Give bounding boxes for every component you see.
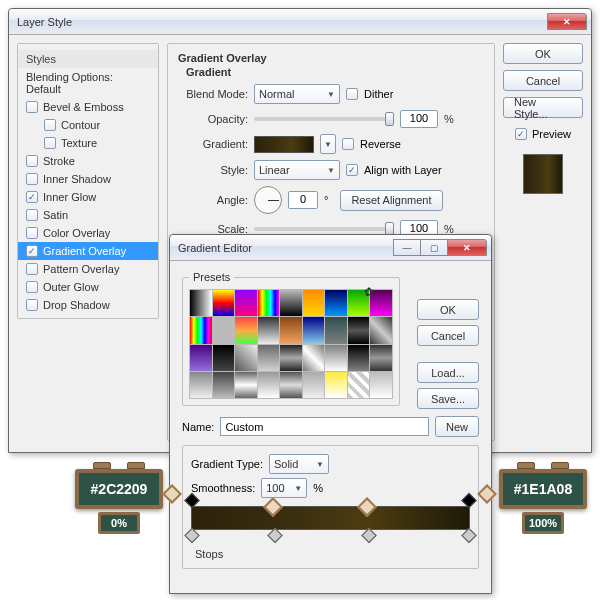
preset-swatch[interactable] (213, 372, 235, 398)
styles-header[interactable]: Styles (18, 50, 158, 68)
preview-checkbox[interactable]: ✓ (515, 128, 527, 140)
angle-dial[interactable] (254, 186, 282, 214)
style-item-drop-shadow[interactable]: Drop Shadow (18, 296, 158, 314)
style-item-gradient-overlay[interactable]: ✓Gradient Overlay (18, 242, 158, 260)
preset-swatch[interactable] (280, 317, 302, 343)
style-label: Contour (61, 119, 100, 131)
load-button[interactable]: Load... (417, 362, 479, 383)
preset-swatch[interactable] (303, 290, 325, 316)
gear-icon[interactable]: ✿. (364, 285, 377, 299)
preset-swatch[interactable] (348, 345, 370, 371)
angle-input[interactable]: 0 (288, 191, 318, 209)
save-button[interactable]: Save... (417, 388, 479, 409)
preset-swatch[interactable] (303, 372, 325, 398)
dither-checkbox[interactable] (346, 88, 358, 100)
color-stop[interactable] (184, 528, 200, 544)
minimize-icon[interactable]: — (393, 239, 421, 256)
preset-swatch[interactable] (213, 317, 235, 343)
preset-swatch[interactable] (280, 290, 302, 316)
style-item-inner-glow[interactable]: ✓Inner Glow (18, 188, 158, 206)
preset-swatch[interactable] (213, 290, 235, 316)
style-checkbox[interactable] (26, 155, 38, 167)
style-checkbox[interactable] (26, 209, 38, 221)
style-item-satin[interactable]: Satin (18, 206, 158, 224)
preset-swatch[interactable] (258, 317, 280, 343)
style-checkbox[interactable] (26, 281, 38, 293)
style-dropdown[interactable]: Linear▼ (254, 160, 340, 180)
style-item-bevel-emboss[interactable]: Bevel & Emboss (18, 98, 158, 116)
preset-swatch[interactable] (370, 345, 392, 371)
preset-swatch[interactable] (325, 372, 347, 398)
maximize-icon[interactable]: ▢ (420, 239, 448, 256)
style-checkbox[interactable] (26, 101, 38, 113)
reset-alignment-button[interactable]: Reset Alignment (340, 190, 442, 211)
smoothness-input[interactable]: 100▼ (261, 478, 307, 498)
style-item-stroke[interactable]: Stroke (18, 152, 158, 170)
style-checkbox[interactable]: ✓ (26, 191, 38, 203)
preset-swatch[interactable] (303, 317, 325, 343)
blend-mode-dropdown[interactable]: Normal▼ (254, 84, 340, 104)
style-checkbox[interactable] (44, 119, 56, 131)
style-item-inner-shadow[interactable]: Inner Shadow (18, 170, 158, 188)
preset-swatch[interactable] (370, 317, 392, 343)
color-stop[interactable] (267, 528, 283, 544)
gradient-preview[interactable] (254, 136, 314, 153)
preset-swatch[interactable] (280, 372, 302, 398)
style-item-texture[interactable]: Texture (18, 134, 158, 152)
preset-swatch[interactable] (348, 372, 370, 398)
preset-swatch[interactable] (190, 372, 212, 398)
style-label: Texture (61, 137, 97, 149)
align-checkbox[interactable]: ✓ (346, 164, 358, 176)
preset-grid[interactable] (189, 289, 393, 399)
color-stop[interactable] (461, 528, 477, 544)
style-checkbox[interactable] (26, 299, 38, 311)
preset-swatch[interactable] (258, 345, 280, 371)
style-item-contour[interactable]: Contour (18, 116, 158, 134)
preset-swatch[interactable] (190, 290, 212, 316)
name-input[interactable] (220, 417, 429, 436)
preset-swatch[interactable] (303, 345, 325, 371)
ok-button[interactable]: OK (417, 299, 479, 320)
cancel-button[interactable]: Cancel (503, 70, 583, 91)
titlebar[interactable]: Gradient Editor — ▢ ✕ (170, 235, 491, 261)
style-checkbox[interactable]: ✓ (26, 245, 38, 257)
preset-swatch[interactable] (235, 317, 257, 343)
preset-swatch[interactable] (370, 372, 392, 398)
gradient-type-dropdown[interactable]: Solid▼ (269, 454, 329, 474)
preset-swatch[interactable] (235, 290, 257, 316)
preset-swatch[interactable] (258, 372, 280, 398)
new-style-button[interactable]: New Style... (503, 97, 583, 118)
style-item-pattern-overlay[interactable]: Pattern Overlay (18, 260, 158, 278)
preset-swatch[interactable] (235, 345, 257, 371)
new-button[interactable]: New (435, 416, 479, 437)
close-icon[interactable]: ✕ (547, 13, 587, 30)
preset-swatch[interactable] (190, 345, 212, 371)
preset-swatch[interactable] (325, 290, 347, 316)
preset-swatch[interactable] (190, 317, 212, 343)
cancel-button[interactable]: Cancel (417, 325, 479, 346)
preset-swatch[interactable] (280, 345, 302, 371)
style-checkbox[interactable] (44, 137, 56, 149)
preset-swatch[interactable] (213, 345, 235, 371)
blending-options[interactable]: Blending Options: Default (18, 68, 158, 98)
style-checkbox[interactable] (26, 173, 38, 185)
opacity-input[interactable]: 100 (400, 110, 438, 128)
style-checkbox[interactable] (26, 227, 38, 239)
gradient-picker-dropdown[interactable]: ▼ (320, 134, 336, 154)
opacity-slider[interactable] (254, 117, 394, 121)
reverse-checkbox[interactable] (342, 138, 354, 150)
preset-swatch[interactable] (325, 317, 347, 343)
style-checkbox[interactable] (26, 263, 38, 275)
gradient-strip[interactable] (191, 506, 470, 530)
ok-button[interactable]: OK (503, 43, 583, 64)
color-stop[interactable] (361, 528, 377, 544)
scale-slider[interactable] (254, 227, 394, 231)
preset-swatch[interactable] (258, 290, 280, 316)
preset-swatch[interactable] (325, 345, 347, 371)
titlebar[interactable]: Layer Style ✕ (9, 9, 591, 35)
preset-swatch[interactable] (348, 317, 370, 343)
close-icon[interactable]: ✕ (447, 239, 487, 256)
style-item-color-overlay[interactable]: Color Overlay (18, 224, 158, 242)
style-item-outer-glow[interactable]: Outer Glow (18, 278, 158, 296)
preset-swatch[interactable] (235, 372, 257, 398)
